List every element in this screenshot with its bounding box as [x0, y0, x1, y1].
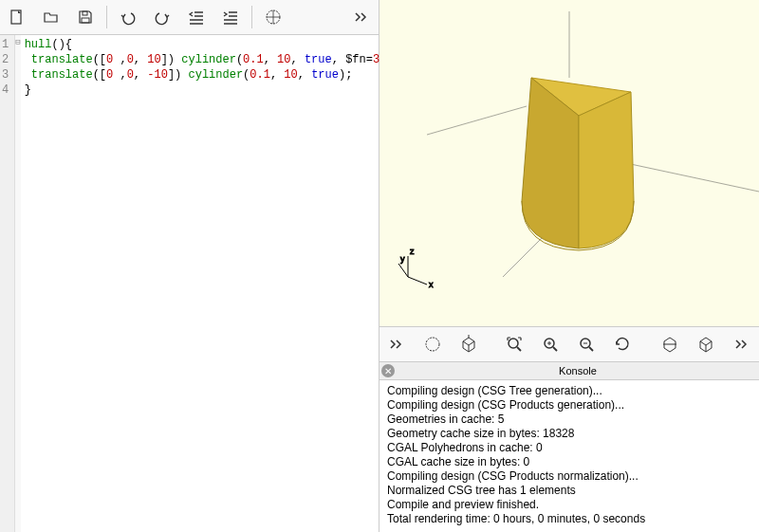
code-line[interactable]: translate([0 ,0, 10]) cylinder(0.1, 10, … — [25, 52, 394, 67]
view-all-button[interactable] — [455, 331, 482, 358]
orthographic-button[interactable] — [693, 331, 719, 358]
separator — [106, 6, 107, 28]
code-line[interactable]: } — [25, 83, 394, 98]
zoom-in-button[interactable] — [537, 331, 564, 358]
viewport-toolbar — [380, 326, 759, 362]
svg-rect-1 — [83, 11, 87, 15]
svg-line-16 — [553, 347, 557, 351]
axis-z-label: z — [410, 247, 415, 256]
undo-button[interactable] — [115, 4, 141, 30]
console-line: Normalized CSG tree has 1 elements — [387, 484, 751, 498]
console-line: CGAL Polyhedrons in cache: 0 — [387, 441, 751, 455]
line-number-gutter: 1234 — [0, 35, 15, 532]
console-panel: ✕ Konsole Compiling design (CSG Tree gen… — [380, 362, 759, 532]
line-number: 1 — [2, 37, 9, 52]
overflow-right-button[interactable] — [729, 331, 755, 358]
line-number: 3 — [2, 67, 9, 83]
separator — [251, 6, 252, 28]
zoom-out-button[interactable] — [573, 331, 600, 358]
svg-line-6 — [626, 163, 759, 192]
code-area[interactable]: hull(){ translate([0 ,0, 10]) cylinder(0… — [21, 35, 398, 532]
unindent-button[interactable] — [183, 4, 210, 30]
svg-point-13 — [509, 339, 518, 348]
console-line: Compile and preview finished. — [387, 498, 751, 512]
axis-y-label: y — [400, 254, 405, 264]
console-line: Compiling design (CSG Products generatio… — [387, 398, 751, 413]
redo-button[interactable] — [149, 4, 176, 30]
save-file-button[interactable] — [72, 4, 99, 30]
console-close-button[interactable]: ✕ — [381, 364, 395, 377]
line-number: 2 — [2, 52, 9, 67]
console-line: Compiling design (CSG Tree generation)..… — [387, 384, 751, 398]
preview-pane: x y z ✕ Konsole Compiling design (CSG Tr… — [380, 0, 759, 532]
editor-toolbar — [0, 0, 379, 35]
console-line: Total rendering time: 0 hours, 0 minutes… — [387, 512, 751, 526]
line-number: 4 — [2, 83, 9, 98]
console-line: Geometries in cache: 5 — [387, 413, 751, 427]
code-editor[interactable]: 1234 ⊟ hull(){ translate([0 ,0, 10]) cyl… — [0, 35, 379, 532]
open-file-button[interactable] — [38, 4, 65, 30]
svg-line-14 — [517, 347, 521, 351]
svg-rect-2 — [82, 18, 89, 23]
console-line: Compiling design (CSG Products normaliza… — [387, 469, 751, 484]
editor-pane: 1234 ⊟ hull(){ translate([0 ,0, 10]) cyl… — [0, 0, 380, 532]
code-line[interactable]: hull(){ — [25, 37, 394, 52]
overflow-button[interactable] — [348, 4, 375, 30]
new-file-button[interactable] — [4, 4, 30, 30]
render-button[interactable] — [419, 331, 446, 358]
overflow-left-button[interactable] — [383, 331, 410, 358]
perspective-button[interactable] — [657, 331, 683, 358]
svg-line-5 — [427, 106, 527, 135]
console-title: Konsole — [398, 365, 757, 376]
axis-x-label: x — [429, 280, 434, 289]
console-output[interactable]: Compiling design (CSG Tree generation)..… — [380, 380, 759, 532]
3d-viewport[interactable]: x y z — [380, 0, 759, 326]
reset-view-button[interactable] — [609, 331, 636, 358]
preview-button[interactable] — [260, 4, 287, 30]
console-line: CGAL cache size in bytes: 0 — [387, 455, 751, 469]
svg-line-20 — [589, 347, 593, 351]
zoom-fit-button[interactable] — [501, 331, 528, 358]
code-line[interactable]: translate([0 ,0, -10]) cylinder(0.1, 10,… — [25, 67, 394, 83]
svg-line-9 — [408, 277, 427, 284]
indent-button[interactable] — [217, 4, 244, 30]
console-line: Geometry cache size in bytes: 18328 — [387, 427, 751, 441]
svg-line-10 — [398, 264, 408, 277]
svg-point-12 — [426, 338, 439, 351]
console-header: ✕ Konsole — [380, 362, 759, 380]
